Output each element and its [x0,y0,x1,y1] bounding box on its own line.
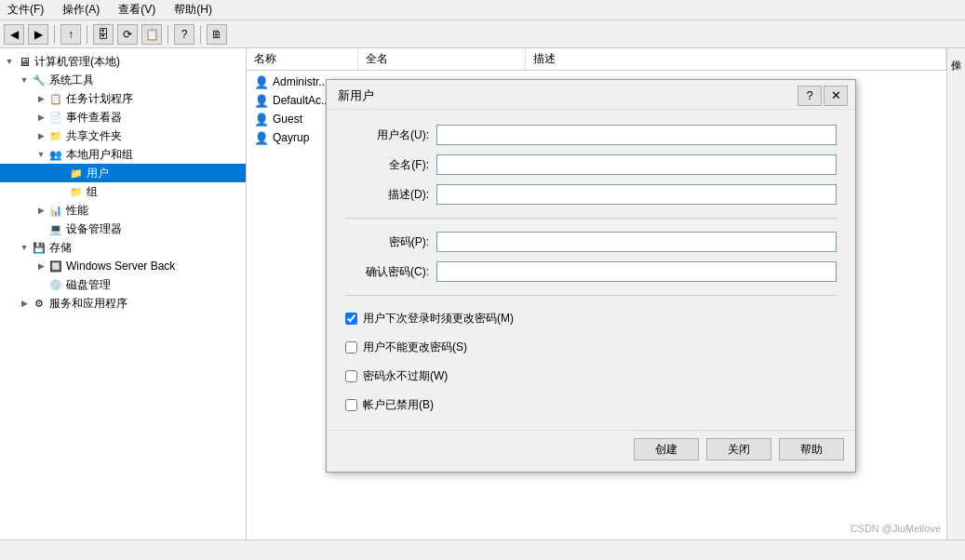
dialog-overlay: 新用户 ? ✕ 用户名(U): 全名(F): [0,28,965,560]
username-input[interactable] [436,125,837,145]
dialog-help-button[interactable]: ? [797,86,822,106]
never-expire-checkbox[interactable] [345,370,357,382]
disabled-checkbox[interactable] [345,399,357,411]
confirm-input[interactable] [436,261,837,282]
confirm-row: 确认密码(C): [345,261,837,282]
username-label: 用户名(U): [345,127,429,143]
dialog-footer: 创建 关闭 帮助 [327,430,855,472]
password-input[interactable] [436,232,837,252]
new-user-dialog: 新用户 ? ✕ 用户名(U): 全名(F): [326,79,856,473]
dialog-close-button[interactable]: ✕ [824,86,848,106]
menu-bar: 文件(F) 操作(A) 查看(V) 帮助(H) [0,0,965,20]
fullname-input[interactable] [436,154,837,175]
must-change-label: 用户下次登录时须更改密码(M) [363,311,514,327]
disabled-label: 帐户已禁用(B) [363,397,434,413]
fullname-label: 全名(F): [345,157,429,173]
menu-view[interactable]: 查看(V) [114,2,159,18]
dialog-title: 新用户 [338,87,374,104]
menu-file[interactable]: 文件(F) [4,2,47,18]
divider2 [345,295,837,296]
dialog-titlebar: 新用户 ? ✕ [327,80,855,110]
password-label: 密码(P): [345,234,429,250]
cannot-change-row: 用户不能更改密码(S) [345,338,837,357]
close-button[interactable]: 关闭 [706,438,771,460]
cannot-change-checkbox[interactable] [345,341,357,353]
confirm-label: 确认密码(C): [345,264,429,280]
username-row: 用户名(U): [345,125,837,145]
help-button[interactable]: 帮助 [779,438,844,460]
menu-help[interactable]: 帮助(H) [170,2,216,18]
create-button[interactable]: 创建 [634,438,699,460]
divider [345,218,837,219]
disabled-row: 帐户已禁用(B) [345,395,837,415]
menu-action[interactable]: 操作(A) [59,2,103,18]
desc-input[interactable] [436,184,837,205]
password-row: 密码(P): [345,232,837,252]
never-expire-row: 密码永不过期(W) [345,367,837,386]
cannot-change-label: 用户不能更改密码(S) [363,340,467,355]
dialog-controls: ? ✕ [797,86,848,106]
must-change-row: 用户下次登录时须更改密码(M) [345,309,837,328]
desc-row: 描述(D): [345,184,837,205]
fullname-row: 全名(F): [345,154,837,175]
dialog-body: 用户名(U): 全名(F): 描述(D): 密码(P): [327,110,855,426]
never-expire-label: 密码永不过期(W) [363,368,448,384]
must-change-checkbox[interactable] [345,313,357,325]
desc-label: 描述(D): [345,187,429,203]
main-window: 文件(F) 操作(A) 查看(V) 帮助(H) ◀ ▶ ↑ 🗄 ⟳ 📋 ? 🗎 … [0,0,965,560]
